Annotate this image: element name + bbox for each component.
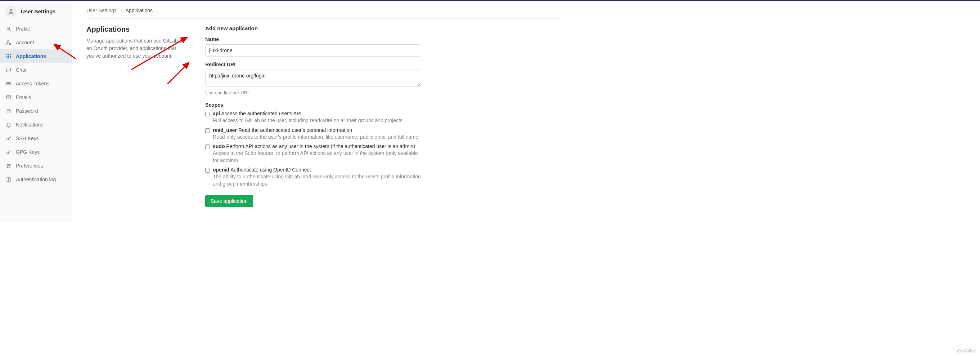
apps-icon — [6, 53, 11, 59]
name-input[interactable] — [205, 44, 421, 57]
svg-rect-9 — [10, 56, 11, 57]
svg-rect-7 — [6, 56, 8, 57]
scope-title: read_user Read the authenticated user's … — [213, 127, 421, 133]
sidebar-item-label: Access Tokens — [16, 81, 49, 86]
sidebar-item-label: SSH Keys — [16, 136, 39, 141]
redirect-uri-hint: Use one line per URI — [205, 90, 421, 96]
breadcrumb-current: Applications — [126, 8, 153, 13]
svg-point-2 — [7, 41, 9, 43]
form-heading: Add new application — [205, 25, 421, 31]
sidebar-item-notifications[interactable]: Notifications — [0, 118, 72, 131]
svg-point-15 — [8, 83, 9, 84]
sidebar-item-authentication-log[interactable]: Authentication log — [0, 172, 72, 186]
scope-title: api Access the authenticated user's API — [213, 111, 421, 117]
sidebar-item-label: Password — [16, 108, 38, 114]
svg-rect-8 — [8, 56, 10, 57]
sidebar-item-gpg-keys[interactable]: GPG Keys — [0, 145, 72, 159]
sidebar-item-emails[interactable]: Emails — [0, 91, 72, 104]
svg-rect-6 — [10, 54, 11, 55]
page-description: Manage applications that can use GitLab … — [86, 37, 191, 60]
sidebar-item-label: Notifications — [16, 122, 43, 128]
svg-point-25 — [9, 165, 10, 166]
avatar — [5, 5, 17, 17]
sidebar-item-label: Chat — [16, 67, 27, 73]
svg-rect-12 — [10, 57, 11, 58]
sidebar-item-label: Applications — [16, 53, 46, 59]
svg-rect-5 — [8, 54, 10, 55]
scope-checkbox-openid[interactable] — [205, 168, 210, 172]
token-icon — [6, 81, 11, 86]
sidebar-item-applications[interactable]: Applications — [0, 49, 72, 63]
svg-point-0 — [10, 9, 12, 11]
key-icon — [6, 136, 11, 141]
scopes-list: api Access the authenticated user's APIF… — [205, 111, 421, 188]
main-content: User Settings › Applications Application… — [72, 1, 576, 222]
scope-desc: Full access to GitLab as the user, inclu… — [213, 117, 421, 124]
save-application-button[interactable]: Save application — [205, 195, 253, 207]
page-intro: Applications Manage applications that ca… — [86, 25, 191, 207]
name-label: Name — [205, 37, 421, 42]
svg-point-14 — [8, 83, 8, 84]
breadcrumb: User Settings › Applications — [86, 1, 562, 19]
scope-checkbox-read_user[interactable] — [205, 128, 210, 133]
page-title: Applications — [86, 25, 191, 34]
application-form: Add new application Name Redirect URI Us… — [205, 25, 421, 207]
sidebar-item-account[interactable]: Account — [0, 36, 72, 49]
scope-row-read_user: read_user Read the authenticated user's … — [205, 127, 421, 141]
svg-rect-4 — [6, 54, 8, 55]
key-icon — [6, 149, 11, 155]
breadcrumb-root[interactable]: User Settings — [86, 8, 117, 13]
sidebar-nav: ProfileAccountApplicationsChatAccess Tok… — [0, 22, 72, 186]
scope-row-openid: openid Authenticate using OpenID Connect… — [205, 167, 421, 187]
svg-point-26 — [7, 167, 8, 168]
scope-desc: Access to the Sudo feature, to perform A… — [213, 150, 421, 164]
svg-point-19 — [7, 138, 9, 140]
scope-title: openid Authenticate using OpenID Connect — [213, 167, 421, 172]
bell-icon — [6, 122, 11, 128]
svg-point-16 — [10, 83, 10, 84]
scope-desc: The ability to authenticate using GitLab… — [213, 173, 421, 187]
svg-rect-10 — [6, 57, 8, 58]
scope-row-sudo: sudo Perform API actions as any user in … — [205, 144, 421, 164]
scope-desc: Read-only access to the user's profile i… — [213, 134, 421, 141]
scope-checkbox-api[interactable] — [205, 112, 210, 117]
redirect-uri-label: Redirect URI — [205, 62, 421, 67]
sidebar-item-preferences[interactable]: Preferences — [0, 159, 72, 172]
sidebar-item-chat[interactable]: Chat — [0, 63, 72, 77]
mail-icon — [6, 94, 11, 100]
sidebar-item-label: Authentication log — [16, 177, 56, 182]
profile-icon — [6, 26, 11, 32]
sidebar-header: User Settings — [0, 1, 72, 22]
lock-icon — [6, 108, 11, 114]
scopes-label: Scopes — [205, 102, 421, 108]
scope-checkbox-sudo[interactable] — [205, 144, 210, 149]
sidebar: User Settings ProfileAccountApplications… — [0, 1, 72, 222]
sliders-icon — [6, 163, 11, 169]
scope-title: sudo Perform API actions as any user in … — [213, 144, 421, 149]
chevron-right-icon: › — [120, 8, 122, 13]
sidebar-item-label: Account — [16, 40, 34, 45]
sidebar-item-access-tokens[interactable]: Access Tokens — [0, 77, 72, 91]
sidebar-item-label: GPG Keys — [16, 149, 40, 155]
svg-rect-18 — [7, 111, 10, 113]
sidebar-item-ssh-keys[interactable]: SSH Keys — [0, 131, 72, 145]
sidebar-item-label: Preferences — [16, 163, 43, 169]
svg-point-24 — [8, 164, 9, 165]
sidebar-item-profile[interactable]: Profile — [0, 22, 72, 36]
sidebar-item-password[interactable]: Password — [0, 104, 72, 118]
svg-point-20 — [7, 152, 9, 153]
svg-point-1 — [8, 27, 10, 29]
chat-icon — [6, 67, 11, 73]
svg-rect-11 — [8, 57, 10, 58]
redirect-uri-input[interactable] — [205, 70, 421, 87]
account-icon — [6, 40, 11, 45]
sidebar-title: User Settings — [21, 8, 56, 14]
scope-row-api: api Access the authenticated user's APIF… — [205, 111, 421, 124]
sidebar-item-label: Profile — [16, 26, 30, 32]
log-icon — [6, 177, 11, 182]
sidebar-item-label: Emails — [16, 94, 31, 100]
